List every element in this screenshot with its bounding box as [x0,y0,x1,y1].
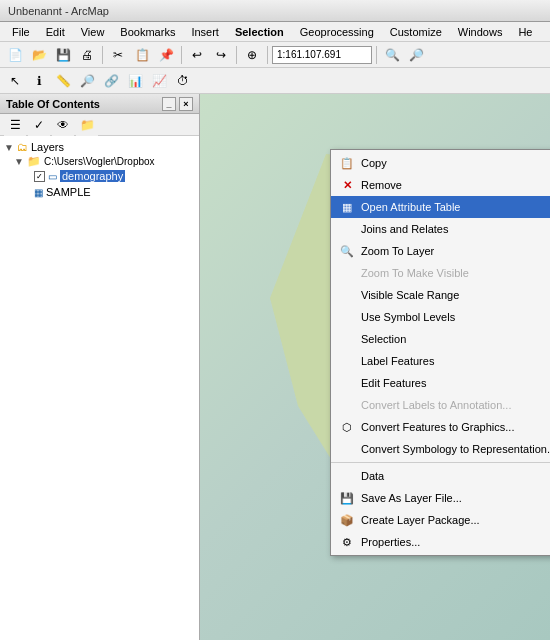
measure-btn[interactable]: 📏 [52,70,74,92]
ctx-sep-data [331,462,550,463]
ctx-convert-symbology[interactable]: Convert Symbology to Representation... [331,438,550,460]
toc-header: Table Of Contents _ × [0,94,199,114]
ctx-create-layer-package[interactable]: 📦 Create Layer Package... [331,509,550,531]
ctx-properties[interactable]: ⚙ Properties... [331,531,550,553]
ctx-symbol-levels-label: Use Symbol Levels [361,311,550,323]
convert-symbology-icon [339,441,355,457]
ctx-zoom-visible: Zoom To Make Visible [331,262,550,284]
toc-select-btn[interactable]: ✓ [28,114,50,136]
ctx-save-as-layer[interactable]: 💾 Save As Layer File... [331,487,550,509]
layers-folder-icon: 🗂 [17,141,28,153]
map-area[interactable]: 📋 Copy ✕ Remove ▦ Open Attribute Table J… [200,94,550,640]
toc-source-btn[interactable]: 📁 [76,114,98,136]
identify-btn[interactable]: 🔎 [76,70,98,92]
toc-collapse-btn[interactable]: _ [162,97,176,111]
toc-layer-demography[interactable]: ✓ ▭ demography [34,169,195,183]
convert-features-icon: ⬡ [339,419,355,435]
sample-icon: ▦ [34,187,43,198]
print-btn[interactable]: 🖨 [76,44,98,66]
menu-geoprocessing[interactable]: Geoprocessing [292,24,382,40]
ctx-joins-and-relates[interactable]: Joins and Relates ▶ [331,218,550,240]
zoom-in-btn[interactable]: 🔍 [381,44,403,66]
toc-layers-row: ▼ 🗂 Layers [4,140,195,154]
paste-btn[interactable]: 📌 [155,44,177,66]
layer-checkbox[interactable]: ✓ [34,171,45,182]
expand-icon2: ▼ [14,156,24,167]
package-icon: 📦 [339,512,355,528]
graph-btn[interactable]: 📈 [148,70,170,92]
title-bar: Unbenannt - ArcMap [0,0,550,22]
toc-toolbar: ☰ ✓ 👁 📁 [0,114,199,136]
scale-box[interactable]: 1:161.107.691 [272,46,372,64]
ctx-data[interactable]: Data ▶ [331,465,550,487]
zoom-out-btn[interactable]: 🔎 [405,44,427,66]
menu-file[interactable]: File [4,24,38,40]
html-btn[interactable]: 📊 [124,70,146,92]
expand-icon: ▼ [4,142,14,153]
ctx-data-label: Data [361,470,550,482]
toc-close-btn[interactable]: × [179,97,193,111]
toc-body: ▼ 🗂 Layers ▼ 📁 C:\Users\Vogler\Dropbox ✓… [0,136,199,640]
ctx-edit-features[interactable]: Edit Features ▶ [331,372,550,394]
ctx-zoom-label: Zoom To Layer [361,245,550,257]
ctx-zoom-to-layer[interactable]: 🔍 Zoom To Layer [331,240,550,262]
toc-panel: Table Of Contents _ × ☰ ✓ 👁 📁 ▼ 🗂 Layers… [0,94,200,640]
info-btn[interactable]: ℹ [28,70,50,92]
ctx-copy-label: Copy [361,157,550,169]
cut-btn[interactable]: ✂ [107,44,129,66]
ctx-properties-label: Properties... [361,536,550,548]
ctx-zoom-visible-label: Zoom To Make Visible [361,267,550,279]
save-layer-icon: 💾 [339,490,355,506]
toc-layer-sample[interactable]: ▦ SAMPLE [34,185,195,199]
properties-icon: ⚙ [339,534,355,550]
toc-header-buttons: _ × [162,97,193,111]
selection-icon [339,331,355,347]
ctx-label-features-label: Label Features [361,355,550,367]
ctx-visible-scale-range[interactable]: Visible Scale Range [331,284,550,306]
zoom-visible-icon [339,265,355,281]
nav-btn[interactable]: ⊕ [241,44,263,66]
toc-folder: ▼ 📁 C:\Users\Vogler\Dropbox ✓ ▭ demograp… [14,154,195,199]
ctx-convert-features[interactable]: ⬡ Convert Features to Graphics... [331,416,550,438]
sep1 [102,46,103,64]
scale-range-icon [339,287,355,303]
toc-visibility-btn[interactable]: 👁 [52,114,74,136]
menu-view[interactable]: View [73,24,113,40]
menu-insert[interactable]: Insert [183,24,227,40]
save-btn[interactable]: 💾 [52,44,74,66]
menu-edit[interactable]: Edit [38,24,73,40]
select-btn[interactable]: ↖ [4,70,26,92]
toolbar-secondary: ↖ ℹ 📏 🔎 🔗 📊 📈 ⏱ [0,68,550,94]
symbol-levels-icon [339,309,355,325]
menu-help[interactable]: He [510,24,540,40]
ctx-selection[interactable]: Selection ▶ [331,328,550,350]
undo-btn[interactable]: ↩ [186,44,208,66]
ctx-use-symbol-levels[interactable]: Use Symbol Levels [331,306,550,328]
ctx-save-layer-label: Save As Layer File... [361,492,550,504]
hyperlink-btn[interactable]: 🔗 [100,70,122,92]
menu-customize[interactable]: Customize [382,24,450,40]
menu-selection[interactable]: Selection [227,24,292,40]
ctx-convert-features-label: Convert Features to Graphics... [361,421,550,433]
toc-folder-row: ▼ 📁 C:\Users\Vogler\Dropbox [14,154,195,169]
table-icon: ▦ [339,199,355,215]
menu-bookmarks[interactable]: Bookmarks [112,24,183,40]
new-btn[interactable]: 📄 [4,44,26,66]
ctx-open-attribute-label: Open Attribute Table [361,201,550,213]
ctx-remove[interactable]: ✕ Remove [331,174,550,196]
ctx-label-features[interactable]: Label Features [331,350,550,372]
ctx-open-attribute-table[interactable]: ▦ Open Attribute Table [331,196,550,218]
redo-btn[interactable]: ↪ [210,44,232,66]
menu-windows[interactable]: Windows [450,24,511,40]
joins-icon [339,221,355,237]
edit-features-icon [339,375,355,391]
toc-folder-label: C:\Users\Vogler\Dropbox [44,156,155,167]
ctx-create-package-label: Create Layer Package... [361,514,550,526]
sep2 [181,46,182,64]
open-btn[interactable]: 📂 [28,44,50,66]
time-btn[interactable]: ⏱ [172,70,194,92]
ctx-convert-symbology-label: Convert Symbology to Representation... [361,443,550,455]
toc-list-btn[interactable]: ☰ [4,114,26,136]
copy-btn[interactable]: 📋 [131,44,153,66]
ctx-copy[interactable]: 📋 Copy [331,152,550,174]
